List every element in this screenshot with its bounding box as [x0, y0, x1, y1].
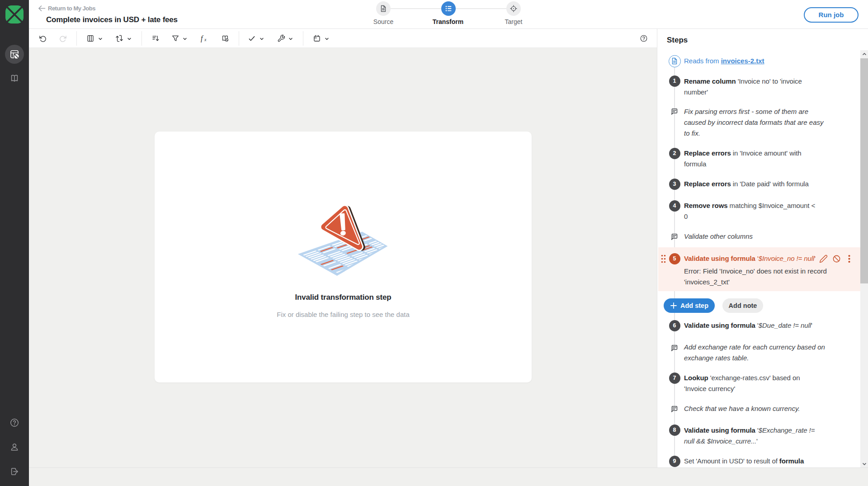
svg-text:f: f: [201, 34, 204, 42]
svg-text:x: x: [204, 38, 207, 42]
